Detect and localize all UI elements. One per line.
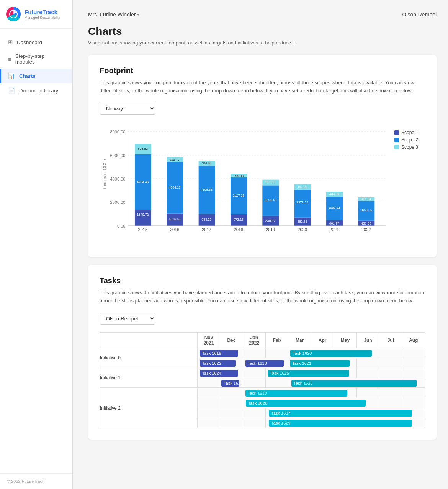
task-1626[interactable]: Task 1626 <box>221 380 239 387</box>
task-1619[interactable]: Task 1619 <box>200 350 238 357</box>
gantt-cell <box>356 368 379 378</box>
gantt-cell <box>402 368 425 378</box>
svg-text:433.09: 433.09 <box>329 192 339 196</box>
gantt-header-apr: Apr <box>311 332 334 348</box>
initiative-0-label: Initiative 0 <box>100 348 198 368</box>
gantt-cell: Task 1630 <box>243 388 356 398</box>
table-row: Initiative 1 Task 1624 Task 1625 <box>100 368 425 378</box>
svg-text:2015: 2015 <box>138 227 148 232</box>
logo-title: FutureTrack <box>25 9 60 16</box>
tasks-site-dropdown[interactable]: Olson-Rempel Norway <box>100 313 155 325</box>
tasks-title: Tasks <box>100 276 425 285</box>
footprint-title: Footprint <box>100 66 425 75</box>
svg-text:3127.82: 3127.82 <box>232 193 244 197</box>
legend-scope2-label: Scope 2 <box>401 137 418 143</box>
legend-scope2: Scope 2 <box>394 137 425 143</box>
gantt-cell <box>379 368 402 378</box>
gantt-header-aug: Aug <box>402 332 425 348</box>
task-1629[interactable]: Task 1629 <box>269 420 412 427</box>
sidebar-item-dashboard[interactable]: ⊞ Dashboard <box>0 35 72 49</box>
svg-text:311.54: 311.54 <box>361 197 371 201</box>
svg-text:1016.62: 1016.62 <box>169 217 181 221</box>
gantt-cell <box>402 358 425 368</box>
svg-text:2000.00: 2000.00 <box>110 200 126 205</box>
gantt-cell <box>220 418 243 428</box>
gantt-header-empty <box>100 332 198 348</box>
gantt-cell: Task 1624 <box>197 368 243 378</box>
svg-text:2017: 2017 <box>202 227 211 232</box>
gantt-cell <box>402 348 425 358</box>
svg-text:1992.23: 1992.23 <box>328 205 340 209</box>
chevron-down-icon: ▾ <box>137 12 139 17</box>
gantt-cell <box>243 408 265 418</box>
svg-text:4384.17: 4384.17 <box>169 185 181 189</box>
scope1-color <box>394 130 399 135</box>
initiative-1-label: Initiative 1 <box>100 368 198 388</box>
initiative-2-label: Initiative 2 <box>100 388 198 428</box>
gantt-cell: Task 1622 <box>197 358 243 368</box>
sidebar-item-documents[interactable]: 📄 Document library <box>0 83 72 98</box>
task-1621[interactable]: Task 1621 <box>290 360 350 367</box>
gantt-cell <box>243 418 265 428</box>
chart-legend: Scope 1 Scope 2 Scope 3 <box>394 122 425 150</box>
gantt-header-jan: Jan2022 <box>243 332 265 348</box>
gantt-cell: Task 1618 <box>243 358 288 368</box>
svg-text:2559.46: 2559.46 <box>265 198 276 202</box>
top-bar: Mrs. Lurline Windler ▾ Olson-Rempel <box>88 11 437 18</box>
tasks-card: Tasks This graphic shows the initiatives… <box>88 265 437 440</box>
task-1628[interactable]: Task 1628 <box>246 400 366 407</box>
gantt-cell: Task 1619 <box>197 348 243 358</box>
gantt-cell <box>379 398 402 408</box>
page-subtitle: Visualisations showing your current foot… <box>88 40 437 46</box>
user-dropdown[interactable]: Mrs. Lurline Windler ▾ <box>88 11 139 18</box>
task-1627[interactable]: Task 1627 <box>269 410 412 417</box>
svg-text:404.88: 404.88 <box>201 161 211 165</box>
gantt-cell: Task 1620 <box>288 348 379 358</box>
gantt-cell <box>197 408 220 418</box>
gantt-cell <box>379 358 402 368</box>
svg-text:1653.55: 1653.55 <box>360 208 372 212</box>
task-1618[interactable]: Task 1618 <box>245 360 284 367</box>
task-1625[interactable]: Task 1625 <box>268 370 349 377</box>
main-content: Mrs. Lurline Windler ▾ Olson-Rempel Char… <box>73 0 448 489</box>
svg-text:4724.46: 4724.46 <box>137 180 149 184</box>
gantt-cell: Task 1629 <box>266 418 425 428</box>
svg-text:444.77: 444.77 <box>170 158 180 161</box>
task-1624[interactable]: Task 1624 <box>200 370 238 377</box>
gantt-cell <box>243 348 265 358</box>
svg-text:1340.72: 1340.72 <box>137 213 149 217</box>
gantt-header-jun: Jun <box>356 332 379 348</box>
svg-text:682.66: 682.66 <box>297 220 307 223</box>
legend-scope1: Scope 1 <box>394 130 425 135</box>
footprint-site-dropdown[interactable]: Norway Olson-Rempel <box>100 103 155 115</box>
gantt-cell <box>379 388 402 398</box>
gantt-cell: Task 1621 <box>288 358 356 368</box>
footprint-card: Footprint This graphic shows your footpr… <box>88 55 437 257</box>
gantt-cell <box>220 398 243 408</box>
gantt-header-dec: Dec <box>220 332 243 348</box>
svg-text:8000.00: 8000.00 <box>110 130 126 134</box>
gantt-cell: Task 1628 <box>243 398 379 408</box>
gantt-cell <box>220 388 243 398</box>
svg-text:983.29: 983.29 <box>201 218 211 222</box>
table-row: Initiative 0 Task 1619 Task 1620 <box>100 348 425 358</box>
svg-text:511.89: 511.89 <box>265 180 275 184</box>
task-1630[interactable]: Task 1630 <box>245 390 347 397</box>
modules-icon: ≡ <box>8 56 11 62</box>
gantt-header-mar: Mar <box>288 332 311 348</box>
sidebar-item-charts[interactable]: 📊 Charts <box>0 69 72 83</box>
svg-text:2016: 2016 <box>170 227 180 232</box>
svg-text:2371.35: 2371.35 <box>296 200 308 204</box>
gantt-cell: Task 1623 <box>288 378 425 388</box>
logo-icon <box>6 7 21 21</box>
gantt-cell: Task 1627 <box>266 408 425 418</box>
task-1620[interactable]: Task 1620 <box>290 350 372 357</box>
gantt-cell: Task 1625 <box>266 368 357 378</box>
sidebar-item-modules[interactable]: ≡ Step-by-step modules <box>0 49 72 69</box>
gantt-cell <box>402 398 425 408</box>
task-1622[interactable]: Task 1622 <box>200 360 236 367</box>
sidebar-item-documents-label: Document library <box>19 88 58 94</box>
gantt-cell <box>266 348 288 358</box>
task-1623[interactable]: Task 1623 <box>291 380 417 387</box>
gantt-cell <box>243 368 265 378</box>
